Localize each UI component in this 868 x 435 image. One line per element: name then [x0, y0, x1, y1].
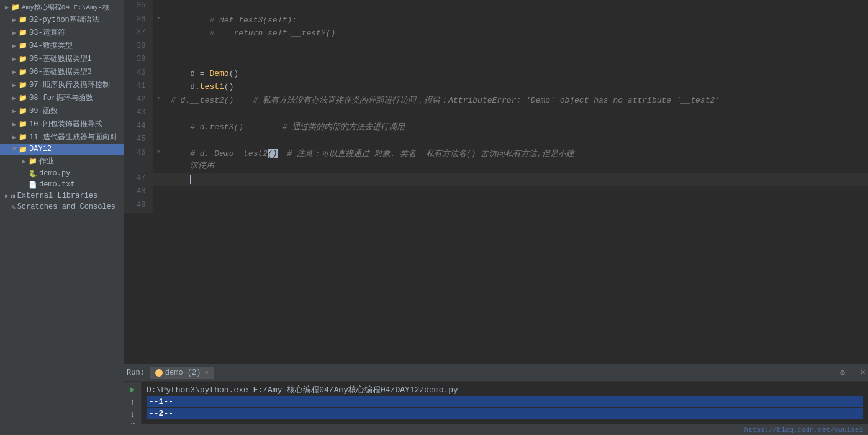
table-row: 42 ▾ # d.__test2() # 私有方法没有办法直接在类的外部进行访问… — [124, 94, 868, 108]
folder-icon: 📁 — [19, 107, 27, 115]
run-content: ▶ ↑ ↓ ⏸ ⏹ D:\Python3\python.exe E:/Amy-核… — [124, 382, 868, 424]
line-gutter[interactable]: ▾ — [152, 94, 165, 108]
line-number: 48 — [124, 186, 152, 199]
sidebar-item-scratches[interactable]: ✎ Scratches and Consoles — [0, 201, 124, 213]
line-content[interactable]: d.test1() — [165, 80, 868, 94]
line-content[interactable]: # return self.__test2() — [165, 27, 868, 40]
sidebar-item-demo-txt[interactable]: 📄 demo.txt — [0, 179, 124, 190]
text-file-icon: 📄 — [29, 181, 37, 189]
sidebar-item-amy-root[interactable]: ▶ 📁 Amy核心编程04 E:\Amy-核 — [0, 1, 124, 13]
line-gutter — [152, 40, 165, 54]
run-command-line: D:\Python3\python.exe E:/Amy-核心编程04/Amy核… — [147, 384, 863, 395]
table-row: 39 — [124, 53, 868, 67]
settings-icon[interactable]: ⚙ — [840, 367, 845, 378]
line-content[interactable] — [165, 199, 868, 213]
sidebar-item-label: 08-for循环与函数 — [29, 93, 93, 103]
line-gutter — [152, 53, 165, 67]
csdn-link[interactable]: https://blog.csdn.net/yuuisei — [744, 426, 863, 434]
arrow-icon: ▶ — [10, 29, 19, 37]
sidebar-item-label: Amy核心编程04 E:\Amy-核 — [22, 2, 109, 12]
play-button[interactable]: ▶ — [126, 384, 140, 395]
line-gutter[interactable]: ▾ — [152, 147, 165, 173]
sidebar-item-08[interactable]: ▶ 📁 08-for循环与函数 — [0, 91, 124, 104]
sidebar-item-02[interactable]: ▶ 📁 02-python基础语法 — [0, 13, 124, 26]
arrow-icon: ▼ — [10, 146, 19, 153]
line-content[interactable] — [165, 40, 868, 54]
folder-icon: 📁 — [19, 29, 27, 37]
sidebar-item-label: 04-数据类型 — [29, 40, 73, 51]
sidebar-item-ext-libs[interactable]: ▶ ⊞ External Libraries — [0, 190, 124, 201]
folder-icon: 📁 — [19, 145, 27, 153]
line-gutter — [152, 67, 165, 81]
sidebar-item-label: 11-迭代器生成器与面向对 — [29, 132, 117, 142]
sidebar-item-06[interactable]: ▶ 📁 06-基础数据类型3 — [0, 65, 124, 78]
arrow-icon: ▶ — [10, 16, 19, 24]
run-tab-label: demo (2) — [165, 369, 201, 377]
line-number: 46 — [124, 147, 152, 173]
code-editor[interactable]: 35 36 ▾ # def test3(self): 37 — [124, 0, 868, 364]
line-content[interactable] — [165, 53, 868, 67]
table-row: 37 # return self.__test2() — [124, 27, 868, 40]
line-number: 36 — [124, 14, 152, 27]
folder-icon: 📁 — [19, 68, 27, 76]
arrow-icon: ▶ — [10, 121, 19, 128]
line-content[interactable] — [165, 173, 868, 186]
line-gutter — [152, 27, 165, 40]
table-row: 47 — [124, 173, 868, 186]
line-content[interactable] — [165, 0, 868, 14]
line-content[interactable] — [165, 107, 868, 121]
run-tab-bar: Run: demo (2) × ⚙ — × — [124, 364, 868, 382]
line-content[interactable]: # def test3(self): — [165, 14, 868, 27]
line-gutter — [152, 0, 165, 14]
line-content[interactable] — [165, 186, 868, 199]
line-number: 35 — [124, 0, 152, 14]
folder-icon: 📁 — [19, 42, 27, 50]
scroll-down-button[interactable]: ↓ — [126, 410, 140, 419]
scratch-icon: ✎ — [11, 203, 16, 211]
lib-icon: ⊞ — [11, 192, 16, 200]
line-content[interactable]: # d.__test2() # 私有方法没有办法直接在类的外部进行访问，报错：A… — [165, 94, 868, 108]
minimize-icon[interactable]: — — [850, 368, 855, 378]
close-panel-icon[interactable]: × — [861, 368, 866, 378]
line-content[interactable]: # d._Demo__test2() # 注意：可以直接通过 对象._类名__私… — [165, 147, 868, 173]
line-number: 41 — [124, 80, 152, 94]
sidebar-item-label: 作业 — [39, 156, 54, 167]
table-row: 41 d.test1() — [124, 80, 868, 94]
line-gutter — [152, 186, 165, 199]
sidebar-item-label: 07-顺序执行及循环控制 — [29, 80, 110, 90]
sidebar-item-label: 03-运算符 — [29, 27, 65, 38]
line-gutter — [152, 121, 165, 134]
main-area: ▶ 📁 Amy核心编程04 E:\Amy-核 ▶ 📁 02-python基础语法… — [0, 0, 868, 435]
scroll-up-button[interactable]: ↑ — [126, 397, 140, 407]
line-gutter[interactable]: ▾ — [152, 14, 165, 27]
sidebar-item-03[interactable]: ▶ 📁 03-运算符 — [0, 26, 124, 39]
sidebar-item-demo-py[interactable]: 🐍 demo.py — [0, 168, 124, 179]
line-content[interactable] — [165, 134, 868, 147]
run-tab[interactable]: demo (2) × — [150, 367, 214, 379]
table-row: 44 # d.test3() # 通过类的内部的方法去进行调用 — [124, 121, 868, 134]
sidebar-item-day12[interactable]: ▼ 📁 DAY12 — [0, 144, 124, 155]
sidebar-item-09[interactable]: ▶ 📁 09-函数 — [0, 104, 124, 117]
arrow-icon: ▶ — [20, 158, 29, 165]
arrow-icon: ▶ — [10, 81, 19, 89]
folder-icon: 📁 — [11, 3, 20, 11]
line-content[interactable]: d = Demo() — [165, 67, 868, 81]
run-sidebar: ▶ ↑ ↓ ⏸ ⏹ — [124, 382, 142, 424]
line-number: 40 — [124, 67, 152, 81]
run-tab-close-icon[interactable]: × — [204, 369, 209, 377]
line-number: 37 — [124, 27, 152, 40]
sidebar-item-04[interactable]: ▶ 📁 04-数据类型 — [0, 39, 124, 52]
folder-icon: 📁 — [19, 55, 27, 63]
sidebar-item-work[interactable]: ▶ 📁 作业 — [0, 155, 124, 168]
line-content[interactable]: # d.test3() # 通过类的内部的方法去进行调用 — [165, 121, 868, 134]
sidebar-item-05[interactable]: ▶ 📁 05-基础数据类型1 — [0, 52, 124, 65]
run-panel: Run: demo (2) × ⚙ — × ▶ ↑ ↓ ⏸ ⏹ — [124, 364, 868, 435]
sidebar-item-11[interactable]: ▶ 📁 11-迭代器生成器与面向对 — [0, 130, 124, 144]
table-row: 49 — [124, 199, 868, 213]
arrow-icon: ▶ — [10, 108, 19, 115]
arrow-icon: ▶ — [2, 4, 11, 11]
run-output-line-2: --2-- — [147, 408, 863, 419]
sidebar-item-07[interactable]: ▶ 📁 07-顺序执行及循环控制 — [0, 78, 124, 91]
sidebar-item-label: DAY12 — [29, 145, 52, 153]
sidebar-item-10[interactable]: ▶ 📁 10-闭包装饰器推导式 — [0, 117, 124, 130]
